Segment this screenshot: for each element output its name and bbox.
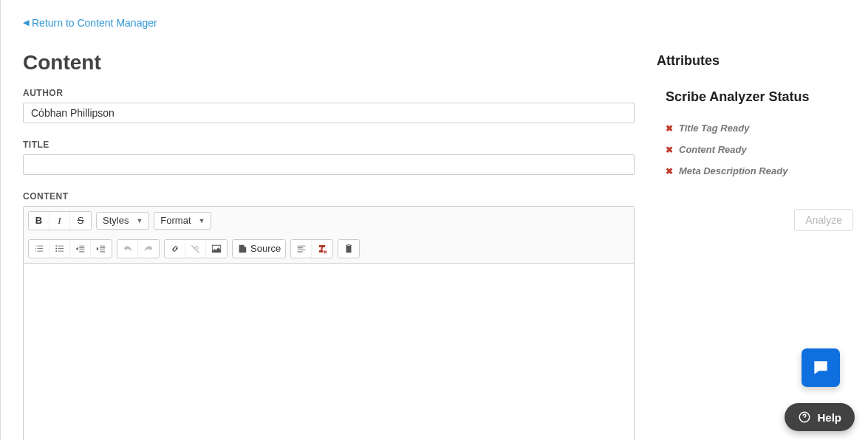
check-item-label: Title Tag Ready bbox=[679, 123, 749, 134]
return-link[interactable]: ◀ Return to Content Manager bbox=[23, 17, 157, 29]
styles-dropdown[interactable]: Styles ▼ bbox=[96, 212, 149, 230]
analyzer-check-list: ✖ Title Tag Ready ✖ Content Ready ✖ Meta… bbox=[666, 123, 853, 176]
undo-button[interactable] bbox=[117, 240, 138, 258]
content-label: CONTENT bbox=[23, 191, 635, 202]
check-item: ✖ Title Tag Ready bbox=[666, 123, 853, 134]
format-dropdown[interactable]: Format ▼ bbox=[154, 212, 211, 230]
editor-content-area[interactable] bbox=[24, 264, 634, 441]
unordered-list-button[interactable] bbox=[49, 240, 70, 258]
editor-toolbar: B I S Styles ▼ Format ▼ bbox=[24, 207, 634, 264]
rich-text-editor: B I S Styles ▼ Format ▼ bbox=[23, 206, 635, 441]
check-item-label: Meta Description Ready bbox=[679, 165, 787, 176]
chat-icon bbox=[811, 358, 830, 377]
redo-button[interactable] bbox=[138, 240, 159, 258]
align-button[interactable] bbox=[291, 240, 312, 258]
strikethrough-button[interactable]: S bbox=[70, 212, 91, 230]
title-input[interactable] bbox=[23, 154, 635, 175]
image-button[interactable] bbox=[206, 240, 227, 258]
help-widget-button[interactable]: Help bbox=[785, 403, 855, 431]
caret-down-icon: ▼ bbox=[199, 217, 205, 224]
check-item-label: Content Ready bbox=[679, 144, 747, 155]
title-label: TITLE bbox=[23, 140, 635, 150]
source-button[interactable]: Source bbox=[233, 240, 285, 258]
x-icon: ✖ bbox=[666, 123, 673, 134]
paste-button[interactable] bbox=[338, 240, 359, 258]
caret-down-icon: ▼ bbox=[136, 217, 143, 224]
help-icon bbox=[798, 410, 811, 424]
indent-button[interactable] bbox=[91, 240, 112, 258]
check-item: ✖ Meta Description Ready bbox=[666, 165, 853, 176]
svg-point-1 bbox=[55, 247, 57, 249]
author-input[interactable] bbox=[23, 103, 635, 123]
format-dropdown-label: Format bbox=[160, 215, 191, 226]
x-icon: ✖ bbox=[666, 145, 673, 155]
analyzer-heading: Scribe Analyzer Status bbox=[666, 89, 853, 105]
analyze-button[interactable]: Analyze bbox=[794, 209, 853, 231]
ordered-list-button[interactable] bbox=[29, 240, 49, 258]
page-title: Content bbox=[23, 51, 635, 75]
svg-point-0 bbox=[55, 245, 57, 247]
chat-widget-button[interactable] bbox=[802, 348, 840, 387]
return-link-label: Return to Content Manager bbox=[32, 17, 157, 29]
link-button[interactable] bbox=[165, 240, 185, 258]
attributes-heading: Attributes bbox=[657, 53, 853, 69]
x-icon: ✖ bbox=[666, 166, 673, 176]
outdent-button[interactable] bbox=[70, 240, 91, 258]
unlink-button[interactable] bbox=[185, 240, 206, 258]
styles-dropdown-label: Styles bbox=[103, 215, 129, 226]
bold-button[interactable]: B bbox=[29, 212, 49, 230]
help-widget-label: Help bbox=[817, 411, 841, 424]
remove-format-button[interactable] bbox=[312, 240, 332, 258]
italic-button[interactable]: I bbox=[49, 212, 70, 230]
svg-point-2 bbox=[55, 250, 57, 252]
author-label: AUTHOR bbox=[23, 88, 635, 98]
check-item: ✖ Content Ready bbox=[666, 144, 853, 155]
source-button-label: Source bbox=[250, 243, 281, 254]
left-arrow-icon: ◀ bbox=[23, 18, 29, 27]
